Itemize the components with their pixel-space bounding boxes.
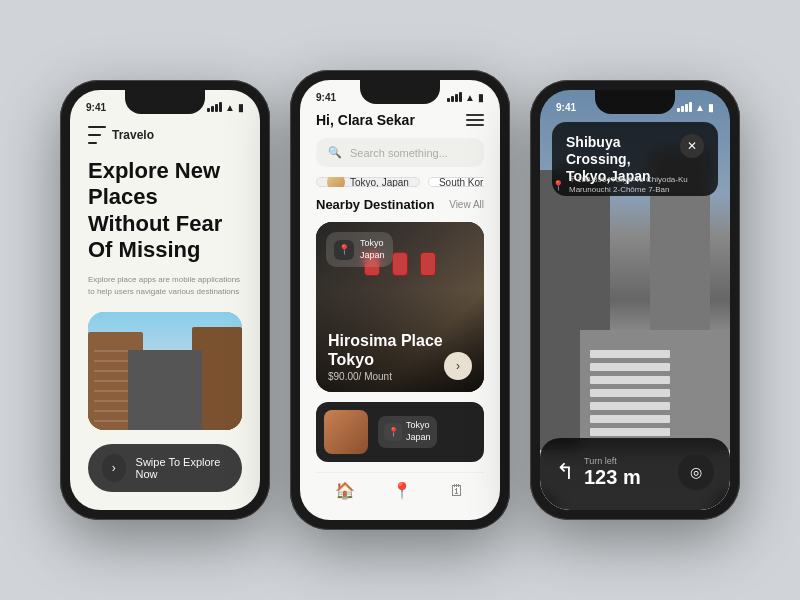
time-3: 9:41: [556, 102, 576, 113]
nav-location[interactable]: 📍: [392, 481, 412, 500]
phone-1: 9:41 ▲ ▮ Travelo Ex: [60, 80, 270, 520]
small-dest-badge: 📍 Tokyo Japan: [378, 416, 437, 447]
turn-arrow-icon: ↰: [556, 459, 574, 485]
nav-home[interactable]: 🏠: [335, 481, 355, 500]
signal-icon-3: [677, 102, 692, 112]
turn-label: Turn left: [584, 456, 641, 466]
time-1: 9:41: [86, 102, 106, 113]
nav-calendar[interactable]: 🗓: [449, 482, 465, 500]
swipe-button[interactable]: › Swipe To Explore Now: [88, 444, 242, 492]
dest-badge-icon: 📍: [334, 240, 354, 260]
hero-image: [88, 312, 242, 430]
address-text: 〒100-8994Tōkyō-To Chiyoda-Ku Marunouchi …: [569, 175, 718, 196]
search-placeholder: Search something...: [350, 147, 448, 159]
location-address: 📍 〒100-8994Tōkyō-To Chiyoda-Ku Marunouch…: [552, 175, 718, 196]
dest-arrow-icon[interactable]: ›: [444, 352, 472, 380]
notch-3: [595, 90, 675, 114]
chip-korea[interactable]: South Korea: [428, 177, 484, 187]
crosswalk: [590, 350, 670, 450]
bottom-nav: 🏠 📍 🗓: [316, 472, 484, 504]
chip-avatar-tokyo: [327, 177, 345, 187]
small-destination-card[interactable]: 📍 Tokyo Japan: [316, 402, 484, 462]
street-road: [128, 350, 202, 430]
chip-tokyo[interactable]: Tokyo, Japan: [316, 177, 420, 187]
status-icons-2: ▲ ▮: [447, 92, 484, 103]
destination-card-main[interactable]: 📍 Tokyo Japan Hirosima Place Tokyo $90.0…: [316, 222, 484, 392]
distance-text: 123 m: [584, 466, 641, 489]
greeting-row: Hi, Clara Sekar: [316, 112, 484, 128]
notch-2: [360, 80, 440, 104]
small-badge-icon: 📍: [384, 423, 402, 441]
app-logo: Travelo: [88, 126, 242, 144]
section-header: Nearby Destination View All: [316, 197, 484, 212]
search-bar[interactable]: 🔍 Search something...: [316, 138, 484, 167]
small-dest-text: Tokyo Japan: [406, 420, 431, 443]
battery-icon-3: ▮: [708, 102, 714, 113]
chip-label-korea: South Korea: [439, 177, 484, 187]
pin-icon: 📍: [552, 180, 564, 191]
logo-text: Travelo: [112, 128, 154, 142]
map-view: Shibuya Crossing, Tokyo,Japan ✕ 📍 〒100-8…: [540, 90, 730, 510]
swipe-label: Swipe To Explore Now: [136, 456, 228, 480]
logo-icon: [88, 126, 106, 144]
battery-icon: ▮: [238, 102, 244, 113]
wifi-icon-3: ▲: [695, 102, 705, 113]
menu-icon[interactable]: [466, 114, 484, 126]
hero-title: Explore New Places Without Fear Of Missi…: [88, 158, 242, 264]
swipe-arrow-icon: ›: [102, 454, 126, 482]
chip-label-tokyo: Tokyo, Japan: [350, 177, 409, 187]
distance-info: Turn left 123 m: [584, 456, 641, 489]
status-icons-1: ▲ ▮: [207, 102, 244, 113]
dest-badge-text: Tokyo Japan: [360, 238, 385, 261]
filter-chips: Tokyo, Japan South Korea Ind...: [316, 177, 484, 187]
notch-1: [125, 90, 205, 114]
small-dest-image: [324, 410, 368, 454]
wifi-icon: ▲: [225, 102, 235, 113]
turn-info: ↰ Turn left 123 m: [556, 456, 641, 489]
phone-2: 9:41 ▲ ▮ Hi, Clara Sekar: [290, 70, 510, 530]
status-icons-3: ▲ ▮: [677, 102, 714, 113]
wifi-icon-2: ▲: [465, 92, 475, 103]
battery-icon-2: ▮: [478, 92, 484, 103]
navigation-card: ↰ Turn left 123 m ◎: [540, 438, 730, 510]
hero-subtitle: Explore place apps are mobile applicatio…: [88, 274, 242, 298]
signal-icon-2: [447, 92, 462, 102]
time-2: 9:41: [316, 92, 336, 103]
navigation-button[interactable]: ◎: [678, 454, 714, 490]
signal-icon: [207, 102, 222, 112]
search-icon: 🔍: [328, 146, 342, 159]
section-title: Nearby Destination: [316, 197, 434, 212]
view-all[interactable]: View All: [449, 199, 484, 210]
dest-badge: 📍 Tokyo Japan: [326, 232, 393, 267]
phone-3: 9:41 ▲ ▮: [530, 80, 740, 520]
turn-icon: ↰: [556, 459, 574, 485]
greeting-text: Hi, Clara Sekar: [316, 112, 415, 128]
close-button[interactable]: ✕: [680, 134, 704, 158]
